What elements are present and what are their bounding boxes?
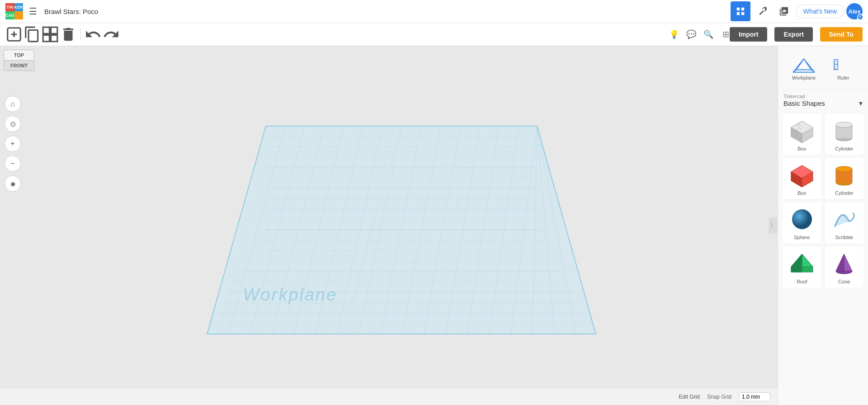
shape-roof-green[interactable]: Roof [782, 246, 822, 288]
undo-button[interactable] [85, 26, 102, 43]
logo-ker: KER [14, 3, 23, 11]
left-controls: ⌂ ⊙ + − ◉ [5, 96, 21, 192]
svg-rect-7 [43, 27, 49, 33]
edit-grid-button[interactable]: Edit Grid [679, 394, 700, 400]
svg-rect-0 [737, 8, 740, 10]
bottom-bar: Edit Grid Snap Grid [0, 389, 778, 405]
import-button[interactable]: Import [730, 27, 768, 42]
shapes-grid: Box Cylinder [778, 109, 868, 292]
zoom-in-button[interactable]: + [5, 136, 21, 152]
cylinder-gray-icon [828, 117, 860, 144]
logo-extra [14, 11, 23, 19]
ruler-tool[interactable]: Ruler [829, 52, 858, 84]
copy-button[interactable] [24, 26, 41, 43]
right-panel: Workplane Ruler Tinkercad Basic Shapes ▾ [778, 46, 868, 405]
shapes-category: Tinkercad [783, 94, 863, 99]
ruler-tool-label: Ruler [837, 75, 849, 80]
scribble-icon [828, 206, 860, 233]
wrench-icon [757, 6, 767, 16]
snap-grid-input[interactable] [739, 392, 770, 401]
svg-rect-8 [51, 27, 57, 33]
grid-icon [736, 6, 745, 16]
svg-rect-9 [43, 35, 49, 42]
logo-cad: CAD [5, 11, 14, 19]
svg-rect-3 [741, 12, 744, 15]
svg-point-101 [792, 209, 812, 229]
shape-box-red[interactable]: Box [782, 157, 822, 200]
user-avatar[interactable]: Alex + [846, 3, 863, 19]
svg-marker-107 [836, 254, 844, 271]
user-plus-icon: + [857, 14, 863, 20]
box-gray-icon [786, 117, 818, 144]
new-shape-button[interactable] [5, 26, 23, 43]
light-icon[interactable]: 💡 [666, 27, 682, 42]
whats-new-button[interactable]: What's New [796, 5, 844, 18]
scribble-label: Scribble [835, 235, 853, 240]
undo-icon [85, 26, 102, 43]
box-red-label: Box [797, 190, 806, 196]
workplane-wrapper: Workplane [198, 113, 605, 348]
shape-cylinder-gray[interactable]: Cylinder [824, 113, 865, 155]
main-area: TOP FRONT ⌂ ⊙ + − ◉ [0, 46, 868, 405]
fit-view-button[interactable]: ⊙ [5, 116, 21, 132]
cylinder-gray-label: Cylinder [835, 146, 853, 151]
copy-icon [24, 26, 41, 43]
cylinder-orange-icon [828, 161, 860, 188]
gallery-icon [779, 6, 789, 16]
group-button[interactable] [42, 26, 59, 43]
view-cube-front: FRONT [4, 60, 34, 71]
view-cube[interactable]: TOP FRONT [4, 50, 34, 71]
settings-button[interactable] [752, 1, 772, 21]
redo-icon [103, 26, 120, 43]
search-icon[interactable]: 🔍 [701, 27, 716, 42]
workplane-svg [198, 113, 605, 348]
user-label: Alex [848, 8, 860, 15]
shape-scribble[interactable]: Scribble [824, 202, 865, 244]
svg-point-98 [836, 166, 852, 172]
header-right-controls: What's New Alex + [731, 1, 863, 21]
export-button[interactable]: Export [774, 27, 812, 42]
comment-icon[interactable]: 💬 [684, 27, 699, 42]
chevron-down-icon: ▾ [859, 99, 863, 108]
ruler-icon [832, 55, 854, 73]
cone-purple-icon [828, 250, 860, 277]
redo-button[interactable] [103, 26, 120, 43]
group-icon [42, 26, 59, 43]
shape-cone-purple[interactable]: Cone [824, 246, 865, 288]
header: TIN KER CAD ☰ Brawl Stars: Poco [0, 0, 868, 23]
new-shape-icon [5, 26, 23, 43]
collapse-panel-button[interactable]: 〉 [769, 217, 778, 234]
svg-marker-76 [793, 70, 815, 72]
send-to-button[interactable]: Send To [820, 27, 863, 42]
tinkercad-logo[interactable]: TIN KER CAD [5, 3, 22, 19]
svg-rect-10 [51, 35, 57, 42]
snap-grid-label: Snap Grid [707, 394, 731, 400]
grid-view-button[interactable] [731, 1, 750, 21]
shape-sphere-blue[interactable]: Sphere [782, 202, 822, 244]
action-buttons: Import Export Send To [726, 23, 868, 46]
zoom-out-button[interactable]: − [5, 155, 21, 172]
workplane-tool[interactable]: Workplane [788, 52, 819, 84]
canvas-area: Workplane Edit Grid Snap Grid [0, 46, 778, 405]
svg-rect-77 [834, 60, 838, 70]
shapes-dropdown[interactable]: Basic Shapes ▾ [783, 99, 863, 108]
home-button[interactable]: ⌂ [5, 96, 21, 112]
gallery-button[interactable] [774, 1, 794, 21]
box-red-icon [786, 161, 818, 188]
delete-button[interactable] [60, 26, 77, 43]
perspective-button[interactable]: ◉ [5, 175, 21, 192]
document-title: Brawl Stars: Poco [44, 8, 725, 15]
shape-box-gray[interactable]: Box [782, 113, 822, 155]
shapes-title: Basic Shapes [783, 99, 825, 107]
cone-purple-label: Cone [838, 279, 850, 284]
toolbar-row: 💡 💬 🔍 ⊞ ⧉ Import Export Send To [0, 23, 868, 46]
shape-cylinder-orange[interactable]: Cylinder [824, 157, 865, 200]
logo-tin: TIN [5, 3, 14, 11]
sphere-blue-label: Sphere [794, 235, 810, 240]
svg-rect-2 [737, 12, 740, 15]
view-cube-top: TOP [4, 50, 34, 60]
menu-icon[interactable]: ☰ [27, 4, 39, 19]
svg-marker-104 [791, 254, 802, 272]
sphere-blue-icon [786, 206, 818, 233]
roof-green-label: Roof [797, 279, 807, 284]
